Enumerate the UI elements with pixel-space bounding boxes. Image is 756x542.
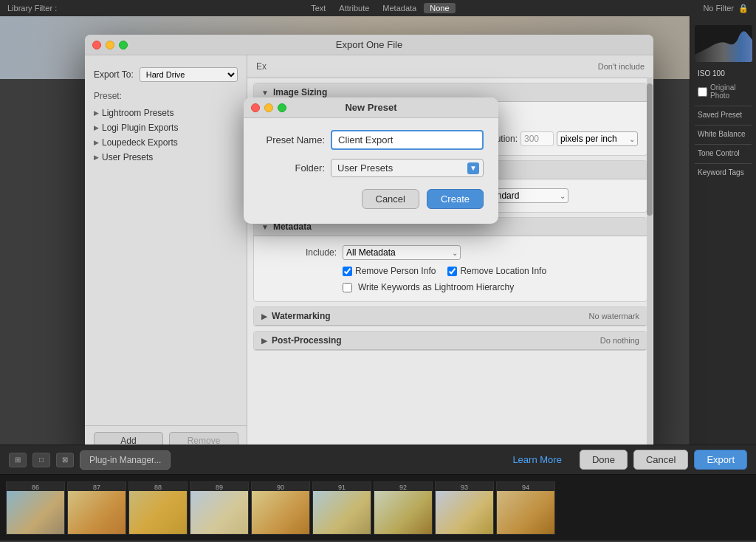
modal-traffic-green[interactable] bbox=[278, 103, 286, 112]
filmstrip-num-94: 94 bbox=[522, 484, 529, 491]
modal-buttons: Cancel Create bbox=[258, 186, 484, 212]
filmstrip-thumb-88 bbox=[129, 491, 187, 534]
learn-more-button[interactable]: Learn More bbox=[501, 450, 573, 469]
filmstrip-thumb-93 bbox=[436, 491, 493, 534]
original-photo-checkbox[interactable]: Original Photo bbox=[695, 82, 752, 101]
keyword-tags-section[interactable]: Keyword Tags bbox=[695, 163, 752, 178]
filmstrip-item-91[interactable]: 91 bbox=[312, 481, 371, 535]
filmstrip-thumb-86 bbox=[7, 491, 64, 534]
filmstrip: 86 87 88 89 90 91 92 93 94 bbox=[0, 474, 756, 541]
filmstrip-num-93: 93 bbox=[461, 484, 468, 491]
filmstrip-item-89[interactable]: 89 bbox=[190, 481, 249, 535]
remove-preset-button[interactable]: Remove bbox=[169, 432, 238, 445]
preset-label: Preset: bbox=[85, 86, 247, 106]
chevron-right-icon: ▶ bbox=[94, 124, 99, 131]
modal-cancel-button[interactable]: Cancel bbox=[362, 189, 419, 209]
done-button[interactable]: Done bbox=[580, 450, 628, 470]
library-filter-label: Library Filter : bbox=[7, 4, 57, 13]
export-dialog-titlebar: Export One File bbox=[85, 35, 653, 55]
filmstrip-item-90[interactable]: 90 bbox=[251, 481, 310, 535]
filmstrip-thumb-92 bbox=[374, 491, 432, 534]
modal-titlebar: New Preset bbox=[244, 97, 498, 118]
white-balance-section[interactable]: White Balance bbox=[695, 125, 752, 140]
export-dialog-title: Export One File bbox=[336, 39, 402, 50]
watermarking-header[interactable]: ▶ Watermarking No watermark bbox=[254, 307, 647, 326]
traffic-light-red[interactable] bbox=[92, 41, 101, 49]
traffic-light-green[interactable] bbox=[119, 41, 128, 49]
post-processing-header[interactable]: ▶ Post-Processing Do nothing bbox=[254, 332, 647, 350]
loupe-view-button[interactable]: □ bbox=[32, 453, 50, 467]
tab-text[interactable]: Text bbox=[305, 3, 331, 13]
section-arrow-down: ▼ bbox=[261, 223, 269, 231]
folder-label: Folder: bbox=[258, 162, 325, 174]
saved-preset-section[interactable]: Saved Preset bbox=[695, 106, 752, 120]
remove-location-checkbox[interactable] bbox=[447, 267, 457, 276]
export-header-label: Ex bbox=[256, 61, 267, 72]
include-option-select[interactable]: All Metadata bbox=[343, 245, 461, 260]
filmstrip-num-87: 87 bbox=[93, 484, 100, 491]
include-row: Include: All Metadata bbox=[263, 242, 638, 263]
export-sidebar: Export To: Hard Drive Preset: ▶ Lightroo… bbox=[85, 55, 247, 445]
filter-tabs: Text Attribute Metadata None bbox=[305, 3, 455, 13]
cancel-button[interactable]: Cancel bbox=[633, 450, 688, 470]
filmstrip-thumb-90 bbox=[252, 491, 309, 534]
include-option-wrapper: All Metadata bbox=[343, 245, 461, 260]
post-processing-section: ▶ Post-Processing Do nothing bbox=[253, 331, 647, 351]
tab-none[interactable]: None bbox=[424, 3, 455, 13]
bottom-bar-right: Learn More Done Cancel Export bbox=[501, 450, 747, 470]
export-to-select[interactable]: Hard Drive bbox=[140, 67, 238, 82]
filmstrip-thumb-89 bbox=[190, 491, 248, 534]
filmstrip-num-86: 86 bbox=[32, 484, 39, 491]
filmstrip-item-93[interactable]: 93 bbox=[435, 481, 494, 535]
modal-traffic-yellow[interactable] bbox=[264, 103, 273, 112]
preset-item-loupedeck[interactable]: ▶ Loupedeck Exports bbox=[85, 135, 247, 150]
filmstrip-item-88[interactable]: 88 bbox=[128, 481, 188, 535]
plugin-manager-button[interactable]: Plug-in Manager... bbox=[80, 450, 171, 470]
filmstrip-item-94[interactable]: 94 bbox=[496, 481, 555, 535]
preset-item-lightroom[interactable]: ▶ Lightroom Presets bbox=[85, 106, 247, 120]
export-to-row: Export To: Hard Drive bbox=[85, 63, 247, 86]
modal-create-button[interactable]: Create bbox=[427, 189, 484, 209]
modal-traffic-lights bbox=[251, 103, 286, 112]
write-keywords-checkbox[interactable] bbox=[343, 283, 352, 292]
remove-person-label: Remove Person Info bbox=[355, 266, 436, 276]
section-arrow-right: ▶ bbox=[261, 312, 267, 320]
preset-item-user[interactable]: ▶ User Presets bbox=[85, 150, 247, 165]
include-label: Include: bbox=[263, 247, 337, 258]
filmstrip-thumb-94 bbox=[497, 491, 554, 534]
resolution-input[interactable] bbox=[520, 131, 554, 146]
add-preset-button[interactable]: Add bbox=[94, 432, 163, 445]
filmstrip-item-92[interactable]: 92 bbox=[374, 481, 433, 535]
tab-attribute[interactable]: Attribute bbox=[333, 3, 375, 13]
scrollbar-thumb[interactable] bbox=[647, 83, 653, 216]
tone-control-section[interactable]: Tone Control bbox=[695, 144, 752, 159]
image-sizing-title: Image Sizing bbox=[273, 87, 327, 97]
resolution-unit-select[interactable]: pixels per inch bbox=[557, 131, 638, 146]
modal-traffic-red[interactable] bbox=[251, 103, 260, 112]
metadata-body: Include: All Metadata Remove Person Info bbox=[254, 236, 647, 301]
postproc-status: Do nothing bbox=[600, 336, 639, 345]
preset-name-input[interactable] bbox=[331, 130, 484, 150]
filmstrip-num-88: 88 bbox=[154, 484, 162, 491]
folder-select[interactable]: User Presets bbox=[331, 159, 484, 177]
filmstrip-item-87[interactable]: 87 bbox=[67, 481, 126, 535]
tab-metadata[interactable]: Metadata bbox=[377, 3, 422, 13]
filmstrip-thumb-87 bbox=[68, 491, 126, 534]
export-to-label: Export To: bbox=[94, 69, 134, 80]
grid-view-button[interactable]: ⊞ bbox=[9, 453, 27, 467]
compare-view-button[interactable]: ⊠ bbox=[56, 453, 74, 467]
histogram bbox=[695, 25, 752, 62]
filter-right: No Filter 🔒 bbox=[703, 4, 749, 13]
filmstrip-num-92: 92 bbox=[399, 484, 407, 491]
iso-display: ISO 100 bbox=[695, 66, 728, 80]
traffic-light-yellow[interactable] bbox=[106, 41, 114, 49]
original-photo-label: Original Photo bbox=[710, 83, 749, 100]
scrollbar-track[interactable] bbox=[647, 78, 653, 445]
original-photo-check-input[interactable] bbox=[698, 87, 707, 97]
filmstrip-item-86[interactable]: 86 bbox=[6, 481, 65, 535]
preset-name-label: Preset Name: bbox=[258, 134, 325, 145]
remove-person-checkbox[interactable] bbox=[343, 267, 352, 276]
preset-item-logi[interactable]: ▶ Logi Plugin Exports bbox=[85, 120, 247, 135]
export-button[interactable]: Export bbox=[694, 450, 747, 470]
lock-icon: 🔒 bbox=[738, 4, 749, 13]
